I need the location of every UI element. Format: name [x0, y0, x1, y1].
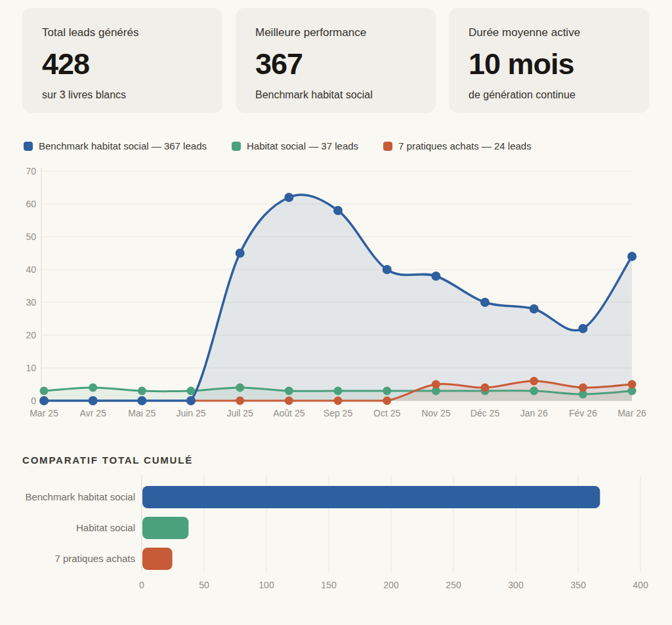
- y-axis-tick-label: 20: [26, 330, 36, 340]
- y-axis-tick-label: 0: [31, 395, 36, 406]
- data-point-benchmark-habitat-social-juil-25[interactable]: [236, 249, 245, 258]
- data-point-benchmark-habitat-social-jan-26[interactable]: [530, 304, 539, 313]
- x-axis-tick-label: Mai 25: [128, 408, 156, 418]
- x-axis-tick-label: 350: [570, 580, 586, 590]
- data-point-benchmark-habitat-social-sep-25[interactable]: [333, 206, 343, 215]
- x-axis-tick-label: Mar 26: [618, 408, 646, 418]
- cumulative-bar-chart[interactable]: 050100150200250300350400Benchmark habita…: [20, 471, 652, 602]
- bar-habitat-social[interactable]: [142, 517, 188, 539]
- x-axis-tick-label: Nov 25: [421, 408, 451, 418]
- data-point-benchmark-habitat-social-juin-25[interactable]: [186, 396, 196, 405]
- data-point-habitat-social-mai-25[interactable]: [138, 387, 146, 395]
- legend-item-7-pratiques-achats[interactable]: 7 pratiques achats — 24 leads: [383, 140, 532, 151]
- legend-swatch-icon: [383, 142, 392, 151]
- data-point-7-pratiques-achats-sep-25[interactable]: [334, 397, 343, 405]
- card-average-duration: Durée moyenne active 10 mois de générati…: [449, 8, 649, 113]
- data-point-7-pratiques-achats-oct-25[interactable]: [383, 397, 391, 405]
- legend-swatch-icon: [232, 142, 241, 151]
- legend-label: Benchmark habitat social — 367 leads: [39, 140, 207, 151]
- x-axis-tick-label: Oct 25: [373, 408, 400, 418]
- card-label: Meilleure performance: [255, 26, 416, 39]
- area-fill-benchmark-habitat-social: [44, 195, 632, 401]
- data-point-7-pratiques-achats-jan-26[interactable]: [530, 377, 538, 386]
- x-axis-tick-label: Déc 25: [471, 408, 500, 418]
- card-value: 428: [42, 47, 203, 81]
- data-point-benchmark-habitat-social-aout-25[interactable]: [284, 193, 293, 202]
- card-best-performance: Meilleure performance 367 Benchmark habi…: [236, 8, 436, 113]
- x-axis-tick-label: Sep 25: [324, 408, 353, 418]
- x-axis-tick-label: Fév 26: [569, 408, 597, 418]
- data-point-benchmark-habitat-social-mar-25[interactable]: [39, 396, 49, 405]
- card-subtext: de génération continue: [469, 89, 629, 101]
- bar-benchmark-habitat-social[interactable]: [142, 486, 600, 508]
- data-point-benchmark-habitat-social-fev-26[interactable]: [578, 324, 587, 333]
- data-point-7-pratiques-achats-mar-26[interactable]: [628, 380, 637, 389]
- bar-7-pratiques-achats[interactable]: [142, 548, 173, 570]
- legend-label: Habitat social — 37 leads: [247, 140, 358, 151]
- data-point-benchmark-habitat-social-dec-25[interactable]: [480, 298, 490, 307]
- x-axis-tick-label: Juin 25: [176, 408, 205, 418]
- data-point-7-pratiques-achats-aout-25[interactable]: [285, 397, 293, 405]
- x-axis-tick-label: 0: [139, 580, 144, 590]
- y-axis-tick-label: 30: [26, 297, 36, 308]
- legend-item-benchmark-habitat-social[interactable]: Benchmark habitat social — 367 leads: [24, 140, 207, 151]
- data-point-benchmark-habitat-social-mai-25[interactable]: [137, 396, 146, 405]
- data-point-7-pratiques-achats-fev-26[interactable]: [579, 384, 587, 392]
- data-point-7-pratiques-achats-dec-25[interactable]: [481, 384, 490, 392]
- x-axis-tick-label: Mar 25: [30, 408, 58, 418]
- data-point-benchmark-habitat-social-oct-25[interactable]: [383, 265, 392, 274]
- x-axis-tick-label: 100: [259, 580, 274, 590]
- data-point-habitat-social-mar-25[interactable]: [40, 387, 49, 395]
- x-axis-tick-label: 300: [508, 580, 524, 590]
- x-axis-tick-label: 400: [633, 580, 648, 590]
- card-value: 10 mois: [469, 47, 629, 81]
- y-axis-tick-label: 10: [26, 363, 36, 373]
- y-axis-tick-label: 60: [26, 199, 36, 209]
- leads-line-chart[interactable]: 010203040506070Mar 25Avr 25Mai 25Juin 25…: [20, 166, 652, 423]
- bar-category-label-benchmark-habitat-social: Benchmark habitat social: [25, 491, 135, 502]
- x-axis-tick-label: 250: [446, 580, 461, 590]
- bar-chart-canvas[interactable]: 050100150200250300350400Benchmark habita…: [20, 471, 652, 602]
- bar-category-label-habitat-social: Habitat social: [76, 522, 135, 533]
- x-axis-tick-label: Avr 25: [80, 408, 106, 418]
- data-point-habitat-social-jan-26[interactable]: [530, 387, 538, 395]
- card-value: 367: [255, 47, 416, 81]
- stat-cards-row: Total leads générés 428 sur 3 livres bla…: [22, 8, 650, 113]
- data-point-habitat-social-juil-25[interactable]: [236, 384, 244, 392]
- x-axis-tick-label: 50: [199, 580, 209, 590]
- bar-chart-title: COMPARATIF TOTAL CUMULÉ: [22, 454, 193, 466]
- data-point-benchmark-habitat-social-mar-26[interactable]: [627, 252, 637, 261]
- card-total-leads: Total leads générés 428 sur 3 livres bla…: [22, 8, 222, 113]
- x-axis-tick-label: 150: [321, 580, 337, 590]
- data-point-benchmark-habitat-social-avr-25[interactable]: [89, 396, 98, 405]
- legend-item-habitat-social[interactable]: Habitat social — 37 leads: [232, 140, 358, 151]
- data-point-habitat-social-avr-25[interactable]: [89, 384, 97, 392]
- card-subtext: sur 3 livres blancs: [42, 89, 203, 101]
- data-point-habitat-social-oct-25[interactable]: [383, 387, 391, 395]
- card-label: Durée moyenne active: [469, 26, 629, 39]
- card-subtext: Benchmark habitat social: [255, 89, 416, 101]
- y-axis-tick-label: 40: [26, 264, 36, 275]
- data-point-habitat-social-juin-25[interactable]: [187, 387, 196, 395]
- data-point-7-pratiques-achats-juil-25[interactable]: [236, 397, 244, 405]
- card-label: Total leads générés: [42, 26, 203, 39]
- x-axis-tick-label: 200: [383, 580, 399, 590]
- y-axis-tick-label: 70: [26, 166, 36, 176]
- line-chart-canvas[interactable]: 010203040506070Mar 25Avr 25Mai 25Juin 25…: [20, 166, 652, 423]
- bar-category-label-7-pratiques-achats: 7 pratiques achats: [54, 553, 135, 564]
- y-axis-tick-label: 50: [26, 232, 36, 242]
- x-axis-tick-label: Juil 25: [226, 408, 253, 418]
- data-point-benchmark-habitat-social-nov-25[interactable]: [431, 272, 440, 281]
- chart-legend: Benchmark habitat social — 367 leads Hab…: [24, 140, 532, 151]
- legend-label: 7 pratiques achats — 24 leads: [398, 140, 532, 151]
- data-point-7-pratiques-achats-nov-25[interactable]: [432, 380, 440, 389]
- x-axis-tick-label: Août 25: [273, 408, 304, 418]
- data-point-habitat-social-sep-25[interactable]: [334, 387, 343, 395]
- legend-swatch-icon: [24, 142, 33, 151]
- data-point-habitat-social-aout-25[interactable]: [285, 387, 293, 395]
- x-axis-tick-label: Jan 26: [520, 408, 548, 418]
